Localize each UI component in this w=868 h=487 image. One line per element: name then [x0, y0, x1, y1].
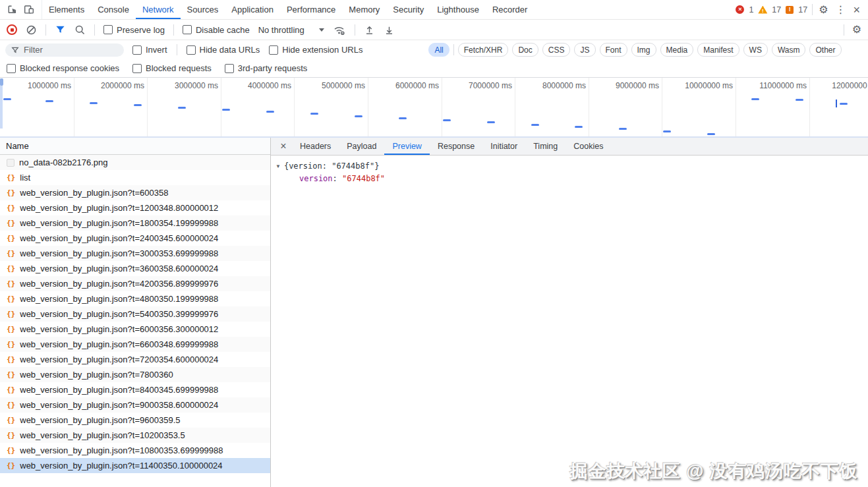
disable-cache-toggle[interactable]: Disable cache [183, 25, 250, 35]
request-row[interactable]: {}web_version_by_plugin.json?t=4200356.8… [0, 276, 270, 291]
tab-memory[interactable]: Memory [342, 0, 386, 19]
tab-recorder[interactable]: Recorder [486, 0, 534, 19]
name-column-header[interactable]: Name [0, 138, 270, 155]
warning-badge-icon[interactable]: ! [758, 6, 767, 14]
request-name: web_version_by_plugin.json?t=1800354.199… [20, 218, 218, 228]
network-conditions-icon[interactable] [333, 24, 346, 36]
tab-security[interactable]: Security [386, 0, 430, 19]
request-row[interactable]: {}web_version_by_plugin.json?t=9000358.6… [0, 397, 270, 413]
filter-funnel-icon[interactable] [55, 24, 66, 35]
request-row[interactable]: {}web_version_by_plugin.json?t=1200348.8… [0, 200, 270, 215]
request-row[interactable]: {}web_version_by_plugin.json?t=10200353.… [0, 428, 270, 443]
request-row[interactable]: {}web_version_by_plugin.json?t=4800350.1… [0, 291, 270, 306]
settings-gear-icon[interactable]: ⚙ [817, 5, 829, 15]
tab-sources[interactable]: Sources [181, 0, 225, 19]
request-row[interactable]: {}list [0, 170, 270, 185]
close-details-icon[interactable]: × [275, 138, 292, 155]
hide-extension-urls-checkbox[interactable] [269, 45, 278, 55]
request-row[interactable]: {}web_version_by_plugin.json?t=7800360 [0, 367, 270, 382]
clear-network-log-icon[interactable] [26, 24, 37, 36]
request-row[interactable]: {}web_version_by_plugin.json?t=3600358.6… [0, 261, 270, 276]
issues-count[interactable]: 17 [798, 5, 807, 14]
request-row[interactable]: no_data-082b2176.png [0, 155, 270, 170]
warning-count[interactable]: 17 [772, 5, 781, 14]
preview-property-line[interactable]: version: "6744b8f" [275, 173, 868, 185]
details-tab-payload[interactable]: Payload [339, 138, 384, 155]
search-icon[interactable] [74, 24, 86, 36]
network-overview-timeline[interactable]: 1000000 ms2000000 ms3000000 ms4000000 ms… [0, 78, 868, 138]
request-row[interactable]: {}web_version_by_plugin.json?t=8400345.6… [0, 382, 270, 397]
network-settings-gear-icon[interactable]: ⚙ [851, 24, 863, 35]
hide-data-urls-toggle[interactable]: Hide data URLs [187, 45, 260, 55]
tab-application[interactable]: Application [225, 0, 280, 19]
filter-chip-wasm[interactable]: Wasm [772, 43, 806, 57]
details-tab-cookies[interactable]: Cookies [565, 138, 611, 155]
throttling-dropdown[interactable]: No throttling [258, 25, 324, 35]
more-options-kebab-icon[interactable]: ⋮ [834, 5, 847, 15]
preserve-log-checkbox[interactable] [103, 25, 113, 34]
hide-data-urls-checkbox[interactable] [187, 45, 196, 55]
filter-chip-all[interactable]: All [428, 43, 449, 57]
filter-chip-img[interactable]: Img [631, 43, 656, 57]
request-row[interactable]: {}web_version_by_plugin.json?t=600358 [0, 185, 270, 200]
tab-performance[interactable]: Performance [280, 0, 342, 19]
request-row[interactable]: {}web_version_by_plugin.json?t=9600359.5 [0, 413, 270, 428]
invert-toggle[interactable]: Invert [132, 45, 167, 55]
request-row[interactable]: {}web_version_by_plugin.json?t=1800354.1… [0, 215, 270, 231]
filter-chip-ws[interactable]: WS [743, 43, 768, 57]
preview-root-line[interactable]: ▼{version: "6744b8f"} [275, 160, 868, 173]
request-row[interactable]: {}web_version_by_plugin.json?t=7200354.6… [0, 352, 270, 367]
inspect-element-icon[interactable] [7, 4, 18, 15]
request-row[interactable]: {}web_version_by_plugin.json?t=2400345.6… [0, 231, 270, 246]
blocked-requests-checkbox[interactable] [132, 64, 142, 73]
error-count[interactable]: 1 [749, 5, 753, 14]
request-row[interactable]: {}web_version_by_plugin.json?t=11400350.… [0, 458, 270, 473]
toggle-device-toolbar-icon[interactable] [23, 4, 35, 15]
details-tab-initiator[interactable]: Initiator [482, 138, 525, 155]
disable-cache-checkbox[interactable] [183, 25, 192, 34]
details-tab-preview[interactable]: Preview [384, 138, 429, 155]
record-network-log-button[interactable] [7, 24, 17, 35]
request-name: list [20, 173, 30, 183]
issues-badge-icon[interactable]: ! [786, 6, 794, 14]
request-row[interactable]: {}web_version_by_plugin.json?t=5400350.3… [0, 306, 270, 322]
filter-chip-js[interactable]: JS [574, 43, 595, 57]
blocked-response-cookies-checkbox[interactable] [7, 64, 16, 73]
tab-network[interactable]: Network [136, 0, 181, 19]
request-name: web_version_by_plugin.json?t=9600359.5 [20, 415, 180, 425]
request-row[interactable]: {}web_version_by_plugin.json?t=6000356.3… [0, 322, 270, 337]
hide-extension-urls-toggle[interactable]: Hide extension URLs [269, 45, 362, 55]
filter-chip-css[interactable]: CSS [542, 43, 571, 57]
timeline-scrub-handle[interactable] [0, 78, 3, 86]
3rd-party-requests-checkbox[interactable] [225, 64, 234, 73]
invert-checkbox[interactable] [132, 45, 142, 55]
3rd-party-requests-toggle[interactable]: 3rd-party requests [225, 63, 308, 73]
details-tab-response[interactable]: Response [430, 138, 482, 155]
blocked-requests-toggle[interactable]: Blocked requests [132, 63, 212, 73]
expander-triangle-icon[interactable]: ▼ [275, 160, 281, 173]
blocked-response-cookies-toggle[interactable]: Blocked response cookies [7, 63, 119, 73]
json-file-icon: {} [7, 326, 15, 333]
timeline-scrub-track[interactable] [0, 78, 3, 129]
filter-chip-fetch-xhr[interactable]: Fetch/XHR [458, 43, 509, 57]
filter-input[interactable]: Filter [5, 43, 124, 57]
close-devtools-icon[interactable]: × [852, 4, 861, 16]
error-badge-icon[interactable]: × [736, 5, 744, 14]
filter-chip-manifest[interactable]: Manifest [697, 43, 739, 57]
request-row[interactable]: {}web_version_by_plugin.json?t=10800353.… [0, 443, 270, 458]
tab-console[interactable]: Console [91, 0, 136, 19]
import-har-icon[interactable] [364, 24, 375, 36]
filter-chip-other[interactable]: Other [809, 43, 841, 57]
details-tab-headers[interactable]: Headers [292, 138, 339, 155]
request-row[interactable]: {}web_version_by_plugin.json?t=3000353.6… [0, 246, 270, 261]
timeline-request-mark [707, 133, 715, 135]
details-tab-timing[interactable]: Timing [525, 138, 565, 155]
filter-chip-media[interactable]: Media [660, 43, 694, 57]
preserve-log-toggle[interactable]: Preserve log [103, 25, 165, 35]
filter-chip-font[interactable]: Font [600, 43, 627, 57]
filter-chip-doc[interactable]: Doc [512, 43, 538, 57]
tab-elements[interactable]: Elements [42, 0, 91, 19]
export-har-icon[interactable] [384, 24, 395, 36]
request-row[interactable]: {}web_version_by_plugin.json?t=6600348.6… [0, 337, 270, 352]
tab-lighthouse[interactable]: Lighthouse [430, 0, 486, 19]
